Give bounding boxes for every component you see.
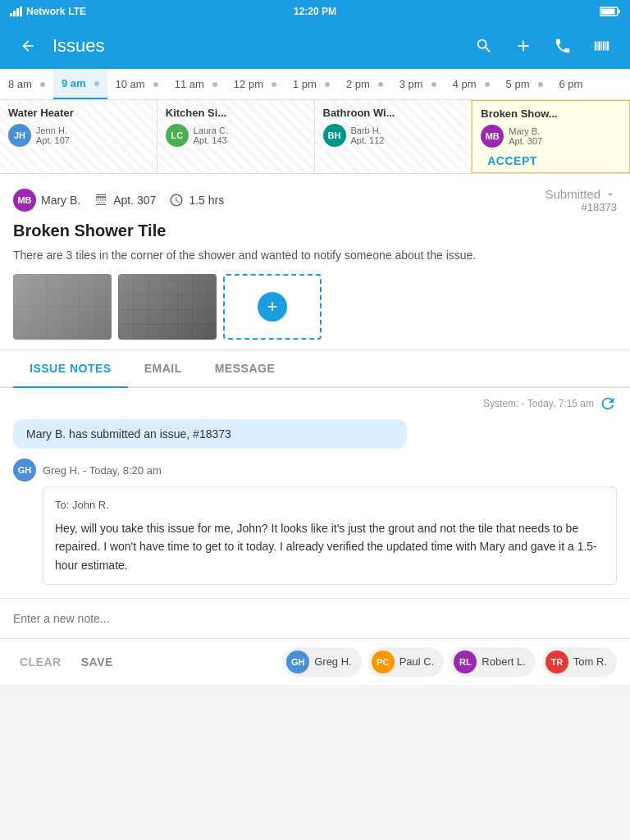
- svg-rect-5: [619, 10, 621, 13]
- status-label: Submitted: [545, 187, 600, 201]
- issue-description: There are 3 tiles in the corner of the s…: [13, 247, 617, 264]
- user-name: Laura C.: [194, 126, 228, 135]
- bottom-bar: CLEAR SAVE GH Greg H. PC Paul C. RL Robe…: [0, 638, 630, 685]
- schedule-card-1[interactable]: Kitchen Si... LC Laura C. Apt. 143: [158, 100, 315, 173]
- barcode-button[interactable]: [587, 31, 617, 61]
- card-title: Kitchen Si...: [166, 107, 306, 119]
- schedule-card-0[interactable]: Water Heater JH Jenn H. Apt. 107: [0, 100, 158, 173]
- phone-icon: [554, 37, 572, 55]
- timeline-9am[interactable]: 9 am: [53, 69, 107, 99]
- timeline-1pm[interactable]: 1 pm: [285, 69, 338, 99]
- assignee-chip-0[interactable]: GH Greg H.: [283, 647, 362, 677]
- assignee-name: Tom R.: [573, 655, 607, 668]
- timeline-hour-label: 4 pm: [453, 78, 477, 90]
- assignee-chip-2[interactable]: RL Robert L.: [450, 647, 535, 677]
- avatar: JH: [8, 124, 31, 147]
- user-name: Jenn H.: [36, 126, 70, 135]
- note-avatar: GH: [13, 459, 36, 482]
- refresh-icon: [599, 395, 617, 413]
- timeline-8am[interactable]: 8 am: [0, 69, 53, 99]
- accept-button[interactable]: ACCEPT: [481, 151, 544, 171]
- tab-message[interactable]: MESSAGE: [199, 350, 292, 388]
- page-title: Issues: [52, 35, 459, 57]
- status-dropdown[interactable]: Submitted: [545, 187, 617, 201]
- timeline-2pm[interactable]: 2 pm: [338, 69, 391, 99]
- system-message-text: Mary B. has submitted an issue, #18373: [26, 427, 231, 441]
- note-text: Hey, will you take this issue for me, Jo…: [55, 522, 597, 572]
- timeline-hour-label: 1 pm: [293, 78, 317, 90]
- timeline-10am[interactable]: 10 am: [107, 69, 167, 99]
- phone-button[interactable]: [548, 31, 578, 61]
- schedule-row: Water Heater JH Jenn H. Apt. 107 Kitchen…: [0, 100, 630, 174]
- signal-icon: [10, 7, 23, 16]
- timeline-5pm[interactable]: 5 pm: [498, 69, 551, 99]
- top-nav: Issues: [0, 23, 630, 69]
- note-to: To: John R.: [55, 497, 605, 514]
- building-icon: [94, 194, 108, 207]
- tab-label: ISSUE NOTES: [30, 362, 112, 375]
- save-button[interactable]: SAVE: [75, 651, 120, 673]
- timeline-hour-label: 3 pm: [399, 78, 423, 90]
- timeline-3pm[interactable]: 3 pm: [391, 69, 445, 99]
- notes-section: System: - Today, 7:15 am Mary B. has sub…: [0, 388, 630, 638]
- timeline-dot: [40, 82, 45, 87]
- search-icon: [475, 37, 493, 55]
- card-title: Bathroon Wi...: [323, 107, 463, 119]
- assignee-chip-1[interactable]: PC Paul C.: [368, 647, 445, 677]
- clear-button[interactable]: CLEAR: [13, 651, 68, 673]
- svg-rect-3: [20, 7, 22, 16]
- photo-2[interactable]: [118, 274, 217, 340]
- card-title: Water Heater: [8, 107, 148, 119]
- assignee-avatar: RL: [454, 651, 477, 673]
- assignee-avatar: PC: [372, 651, 395, 673]
- tab-email[interactable]: EMAIL: [128, 350, 199, 388]
- apt-label: Apt. 107: [36, 135, 70, 145]
- carrier-label: LTE: [68, 6, 86, 17]
- clock-icon: [169, 193, 184, 208]
- assignee-name: Greg H.: [314, 655, 352, 668]
- back-button[interactable]: [13, 31, 43, 61]
- schedule-card-highlighted[interactable]: Broken Show... MB Mary B. Apt. 307 ACCEP…: [472, 100, 630, 173]
- note-entry-0: GH Greg H. - Today, 8:20 am To: John R. …: [0, 459, 630, 598]
- status-time: 12:20 PM: [294, 6, 336, 17]
- new-note-input[interactable]: [13, 609, 617, 628]
- issue-apt-label: Apt. 307: [113, 194, 156, 207]
- add-photo-button[interactable]: +: [223, 274, 322, 340]
- svg-rect-1: [13, 11, 16, 16]
- barcode-icon: [593, 37, 611, 55]
- avatar: MB: [481, 125, 504, 148]
- add-photo-icon: +: [258, 292, 287, 322]
- card-title: Broken Show...: [481, 107, 621, 120]
- card-user: MB Mary B. Apt. 307: [481, 125, 621, 148]
- add-button[interactable]: [509, 31, 538, 61]
- issue-apt: Apt. 307: [94, 194, 156, 207]
- card-user: BH Barb H. Apt. 112: [323, 124, 463, 147]
- timeline-11am[interactable]: 11 am: [167, 69, 226, 99]
- timeline-4pm[interactable]: 4 pm: [445, 69, 498, 99]
- note-author: Greg H. - Today, 8:20 am: [43, 464, 162, 477]
- timeline-hour-label: 8 am: [8, 78, 32, 90]
- svg-rect-2: [16, 8, 19, 16]
- assignee-chip-3[interactable]: TR Tom R.: [542, 647, 617, 677]
- timeline-hour-label: 9 am: [62, 77, 86, 89]
- search-button[interactable]: [469, 31, 499, 61]
- timeline-dot: [325, 82, 330, 87]
- user-name: Barb H.: [351, 126, 385, 135]
- timeline-dot: [485, 82, 490, 87]
- photo-1[interactable]: [13, 274, 112, 340]
- schedule-card-2[interactable]: Bathroon Wi... BH Barb H. Apt. 112: [315, 100, 472, 173]
- timeline-6pm[interactable]: 6 pm: [551, 69, 591, 99]
- timeline-dot: [378, 82, 383, 87]
- issue-time: 1.5 hrs: [169, 193, 224, 208]
- timeline-dot: [272, 82, 276, 87]
- card-user: JH Jenn H. Apt. 107: [8, 124, 148, 147]
- tab-issue-notes[interactable]: ISSUE NOTES: [13, 350, 128, 388]
- timeline: 8 am 9 am 10 am 11 am 12 pm 1 pm 2 pm 3 …: [0, 69, 630, 100]
- timeline-12pm[interactable]: 12 pm: [226, 69, 285, 99]
- status-right: [600, 7, 620, 16]
- issue-number: #18373: [582, 201, 617, 213]
- issue-user: MB Mary B.: [13, 189, 80, 212]
- assignee-name: Robert L.: [482, 655, 525, 668]
- avatar: LC: [166, 124, 189, 147]
- avatar: BH: [323, 124, 346, 147]
